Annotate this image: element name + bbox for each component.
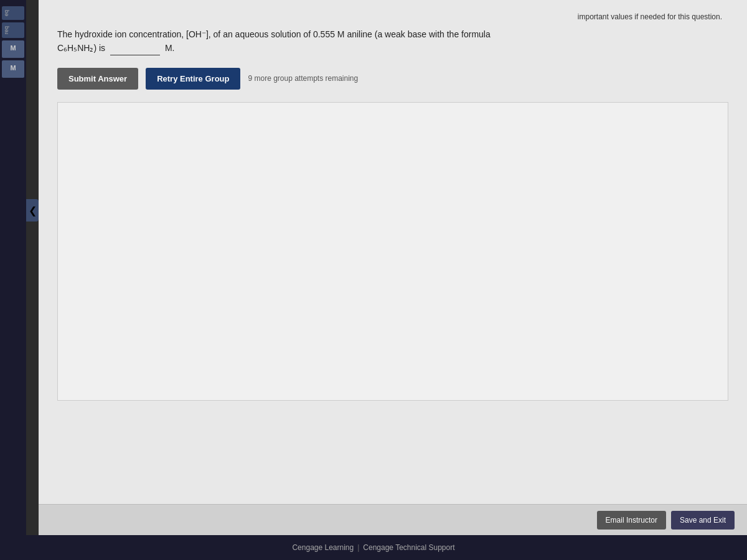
left-sidebar: eq req M M [0,0,26,535]
attempts-text: 9 more group attempts remaining [248,74,358,83]
buttons-row: Submit Answer Retry Entire Group 9 more … [57,68,728,90]
collapse-arrow[interactable]: ❮ [26,199,39,222]
bottom-action-bar: Email Instructor Save and Exit [39,504,747,535]
question-line2: C₆H₅NH₂) is [57,43,105,53]
save-and-exit-button[interactable]: Save and Exit [671,511,735,530]
submit-answer-button[interactable]: Submit Answer [57,68,138,90]
top-note: important values if needed for this ques… [57,12,728,21]
main-content: important values if needed for this ques… [39,0,747,535]
email-instructor-button[interactable]: Email Instructor [597,511,666,530]
sidebar-tab-m2[interactable]: M [2,60,24,78]
question-line1: The hydroxide ion concentration, [OH⁻], … [57,29,491,39]
footer-separator: | [357,543,359,552]
workspace-area [57,102,728,401]
question-unit: M. [165,43,175,53]
cengage-learning-link[interactable]: Cengage Learning [292,543,354,552]
sidebar-tab-eq[interactable]: eq [2,6,24,20]
retry-entire-group-button[interactable]: Retry Entire Group [146,68,240,90]
technical-support-link[interactable]: Cengage Technical Support [363,543,454,552]
answer-line [110,55,160,55]
question-text: The hydroxide ion concentration, [OH⁻], … [57,27,728,55]
sidebar-tab-req[interactable]: req [2,22,24,38]
sidebar-tab-m1[interactable]: M [2,40,24,58]
footer: Cengage Learning | Cengage Technical Sup… [0,535,747,560]
chevron-left-icon: ❮ [29,205,37,217]
